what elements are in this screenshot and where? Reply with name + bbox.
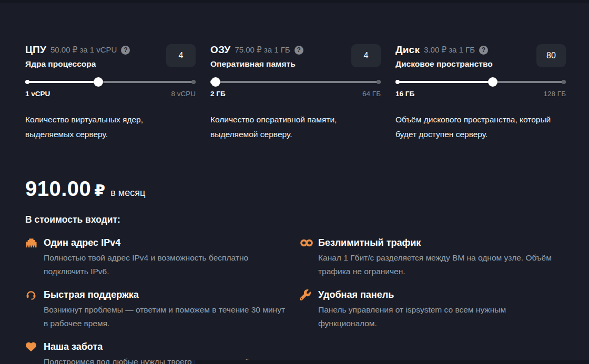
cpu-value-input[interactable] [166, 44, 196, 67]
cpu-slider-max-dot [191, 80, 196, 84]
feature-title: Быстрая поддержка [44, 289, 139, 300]
disk-help-icon[interactable]: ? [479, 46, 488, 55]
cpu-slider[interactable] [25, 77, 196, 87]
disk-value-input[interactable] [536, 44, 566, 67]
price-period-label: в месяц [110, 188, 145, 199]
bottom-edge-strip [195, 360, 589, 364]
ram-slider-max-dot [377, 80, 381, 84]
wrench-icon [300, 289, 313, 300]
ram-help-icon[interactable]: ? [294, 46, 303, 55]
disk-description: Объём дискового пространства, который бу… [395, 112, 566, 141]
disk-subtitle: Дисковое пространство [395, 59, 493, 69]
cpu-slider-fill [25, 81, 98, 83]
disk-slider-max-dot [562, 80, 566, 84]
feature-title: Один адрес IPv4 [44, 237, 120, 248]
disk-slider[interactable] [395, 77, 566, 87]
included-features: Один адрес IPv4 Полностью твой адрес IPv… [0, 225, 589, 364]
feature-ipv4: Один адрес IPv4 Полностью твой адрес IPv… [25, 237, 300, 278]
cpu-max-label: 8 vCPU [171, 90, 196, 98]
ram-slider[interactable] [210, 77, 381, 87]
disk-max-label: 128 ГБ [544, 90, 566, 98]
resource-configurator: ЦПУ 50.00 ₽ за 1 vCPU ? Ядра процессора … [0, 0, 589, 141]
cpu-slider-handle[interactable] [94, 77, 103, 87]
infinity-icon [300, 237, 313, 248]
ruble-sign: ₽ [94, 181, 105, 200]
disk-slider-handle[interactable] [488, 77, 497, 87]
ram-max-label: 64 ГБ [362, 90, 381, 98]
cpu-description: Количество виртуальных ядер, выделяемых … [25, 112, 196, 141]
features-left-column: Один адрес IPv4 Полностью твой адрес IPv… [25, 237, 300, 364]
ram-unit-price: 75.00 ₽ за 1 ГБ [235, 45, 290, 55]
cpu-unit-price: 50.00 ₽ за 1 vCPU [50, 45, 117, 55]
disk-config-column: Диск 3.00 ₽ за 1 ГБ ? Дисковое пространс… [395, 44, 566, 141]
ram-slider-handle[interactable] [211, 77, 220, 87]
features-right-column: Безлимитный трафик Канал 1 Гбит/с раздел… [300, 237, 564, 341]
ram-slider-fill [210, 81, 216, 83]
disk-min-label: 16 ГБ [395, 90, 414, 98]
feature-title: Безлимитный трафик [318, 237, 421, 248]
price-section: 910.00 ₽ в месяц В стоимость входит: [0, 141, 589, 225]
heart-icon [25, 341, 39, 352]
ram-value-input[interactable] [351, 44, 381, 67]
feature-title: Наша забота [44, 341, 103, 352]
feature-description: Панель управления от ispsystem со всем н… [300, 303, 563, 330]
feature-title: Удобная панель [318, 289, 394, 300]
feature-description: Полностью твой адрес IPv4 и возможность … [25, 251, 288, 278]
ram-description: Количество оперативной памяти, выделяемо… [210, 112, 381, 141]
feature-description: Канал 1 Гбит/с разделяется между ВМ на о… [300, 251, 563, 278]
monthly-price-amount: 910.00 [25, 177, 91, 201]
feature-description: Возникнут проблемы — ответим и поможем в… [25, 303, 288, 330]
feature-traffic: Безлимитный трафик Канал 1 Гбит/с раздел… [300, 237, 564, 278]
cpu-subtitle: Ядра процессора [25, 59, 130, 69]
cpu-min-label: 1 vCPU [25, 90, 50, 98]
includes-heading: В стоимость входит: [25, 214, 564, 225]
ram-subtitle: Оперативная память [210, 59, 303, 69]
ram-config-column: ОЗУ 75.00 ₽ за 1 ГБ ? Оперативная память… [210, 44, 381, 141]
disk-slider-fill [395, 81, 493, 83]
top-edge-strip [0, 0, 589, 3]
feature-support: Быстрая поддержка Возникнут проблемы — о… [25, 289, 300, 330]
ram-min-label: 2 ГБ [210, 90, 226, 98]
feature-panel: Удобная панель Панель управления от isps… [300, 289, 564, 330]
headset-icon [25, 289, 39, 300]
cpu-config-column: ЦПУ 50.00 ₽ за 1 vCPU ? Ядра процессора … [25, 44, 196, 141]
cpu-help-icon[interactable]: ? [121, 46, 130, 55]
cpu-title: ЦПУ [25, 44, 46, 56]
disk-unit-price: 3.00 ₽ за 1 ГБ [424, 45, 475, 55]
disk-title: Диск [395, 44, 420, 56]
ram-title: ОЗУ [210, 44, 230, 56]
ram-slider-track[interactable] [210, 81, 381, 83]
ethernet-icon [25, 237, 39, 248]
